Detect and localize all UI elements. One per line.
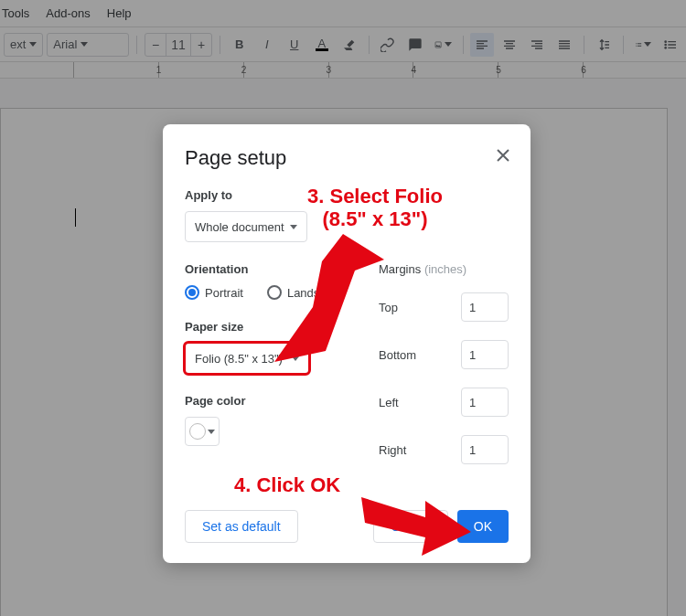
chevron-down-icon	[208, 430, 215, 434]
menu-tools[interactable]: Tools	[2, 6, 29, 20]
align-left-button[interactable]	[470, 33, 494, 57]
orientation-label: Orientation	[185, 262, 360, 276]
color-circle-icon	[189, 423, 206, 440]
font-family-dropdown[interactable]: Arial	[47, 33, 129, 57]
numbered-list-button[interactable]	[631, 33, 655, 57]
margin-left-label: Left	[379, 396, 399, 409]
svg-point-2	[664, 43, 667, 46]
align-center-button[interactable]	[498, 33, 521, 57]
chevron-down-icon	[292, 356, 299, 361]
text-cursor	[75, 208, 76, 227]
ok-button[interactable]: OK	[457, 510, 509, 543]
insert-image-button[interactable]	[431, 33, 455, 57]
insert-comment-button[interactable]	[403, 33, 427, 57]
svg-point-1	[664, 40, 667, 43]
menu-bar: Tools Add-ons Help	[0, 0, 686, 27]
chevron-down-icon	[80, 42, 88, 47]
decrease-font-icon[interactable]: −	[145, 34, 166, 56]
cancel-button[interactable]: Cancel	[373, 510, 448, 543]
menu-help[interactable]: Help	[107, 6, 132, 20]
margin-bottom-input[interactable]	[461, 340, 509, 369]
margins-label: Margins (inches)	[379, 262, 509, 276]
chevron-down-icon	[29, 42, 37, 47]
margin-left-input[interactable]	[461, 388, 509, 417]
paper-size-label: Paper size	[185, 320, 360, 334]
align-justify-button[interactable]	[552, 33, 576, 57]
apply-to-label: Apply to	[185, 188, 509, 202]
margin-top-label: Top	[379, 301, 398, 314]
radio-checked-icon	[185, 285, 199, 300]
italic-button[interactable]: I	[255, 33, 279, 57]
increase-font-icon[interactable]: +	[191, 34, 211, 56]
radio-unchecked-icon	[267, 285, 282, 300]
underline-button[interactable]: U	[283, 33, 306, 57]
menu-addons[interactable]: Add-ons	[46, 6, 90, 20]
page-color-picker[interactable]	[185, 417, 220, 446]
close-button[interactable]	[492, 144, 514, 166]
page-setup-dialog: Page setup Apply to Whole document Orien…	[163, 124, 531, 563]
orientation-landscape-radio[interactable]: Landscape	[267, 285, 346, 300]
margin-top-input[interactable]	[461, 292, 509, 322]
toolbar: ext Arial − 11 + B I U A	[0, 27, 686, 62]
svg-point-3	[664, 47, 667, 49]
text-color-button[interactable]: A	[310, 33, 334, 57]
font-size-stepper[interactable]: − 11 +	[145, 33, 212, 57]
bold-button[interactable]: B	[228, 33, 252, 57]
dialog-title: Page setup	[185, 146, 509, 170]
align-right-button[interactable]	[525, 33, 549, 57]
orientation-portrait-radio[interactable]: Portrait	[185, 285, 243, 300]
apply-to-dropdown[interactable]: Whole document	[185, 211, 307, 242]
margin-right-label: Right	[379, 443, 406, 457]
paragraph-style-dropdown[interactable]: ext	[4, 33, 43, 57]
insert-link-button[interactable]	[376, 33, 400, 57]
margin-bottom-label: Bottom	[379, 348, 416, 362]
line-spacing-button[interactable]	[592, 33, 616, 57]
highlight-button[interactable]	[338, 33, 361, 57]
page-color-label: Page color	[185, 394, 360, 408]
bulleted-list-button[interactable]	[659, 33, 682, 57]
set-as-default-button[interactable]: Set as default	[185, 510, 298, 543]
margin-right-input[interactable]	[461, 435, 509, 464]
font-size-value[interactable]: 11	[166, 34, 191, 56]
paper-size-dropdown[interactable]: Folio (8.5" x 13")	[185, 343, 309, 374]
chevron-down-icon	[290, 225, 297, 229]
horizontal-ruler	[0, 62, 686, 79]
